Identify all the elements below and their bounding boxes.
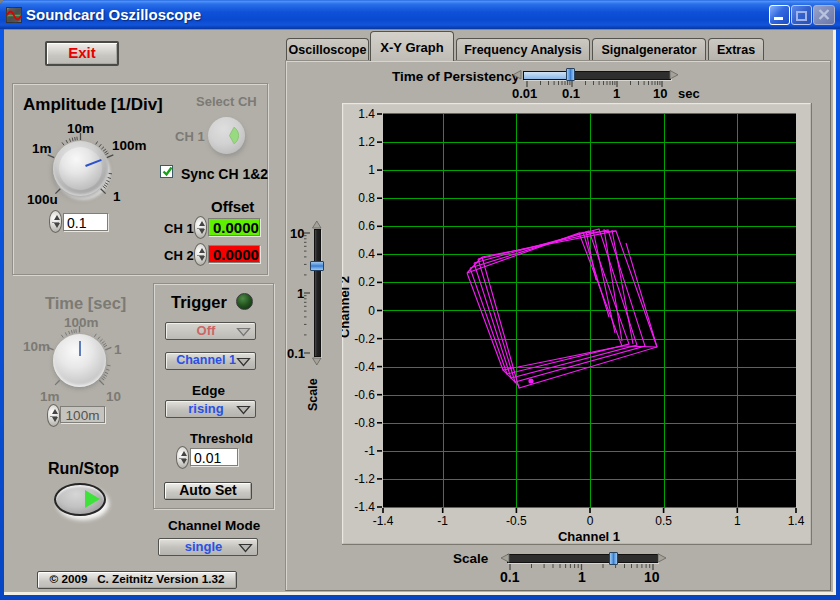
svg-text:1.4: 1.4 [788, 514, 805, 528]
svg-text:1.2: 1.2 [358, 135, 375, 149]
svg-text:-1: -1 [364, 444, 375, 458]
svg-text:-0.8: -0.8 [354, 416, 375, 430]
svg-text:-1.4: -1.4 [373, 514, 394, 528]
svg-text:Channel 2: Channel 2 [342, 276, 352, 338]
svg-text:-1: -1 [437, 514, 448, 528]
svg-text:0: 0 [587, 514, 594, 528]
svg-text:-0.6: -0.6 [354, 388, 375, 402]
svg-text:0: 0 [368, 304, 375, 318]
svg-text:0.2: 0.2 [358, 275, 375, 289]
svg-text:Channel 1: Channel 1 [558, 529, 620, 544]
svg-text:-1.4: -1.4 [354, 500, 375, 514]
svg-text:0.6: 0.6 [358, 219, 375, 233]
svg-text:-0.2: -0.2 [354, 332, 375, 346]
svg-text:0.5: 0.5 [655, 514, 672, 528]
svg-text:0.4: 0.4 [358, 247, 375, 261]
svg-text:1: 1 [734, 514, 741, 528]
svg-text:-0.5: -0.5 [506, 514, 527, 528]
svg-text:-0.4: -0.4 [354, 360, 375, 374]
svg-text:-1.2: -1.2 [354, 472, 375, 486]
svg-text:0.8: 0.8 [358, 191, 375, 205]
svg-text:1: 1 [368, 163, 375, 177]
svg-text:1.4: 1.4 [358, 107, 375, 121]
